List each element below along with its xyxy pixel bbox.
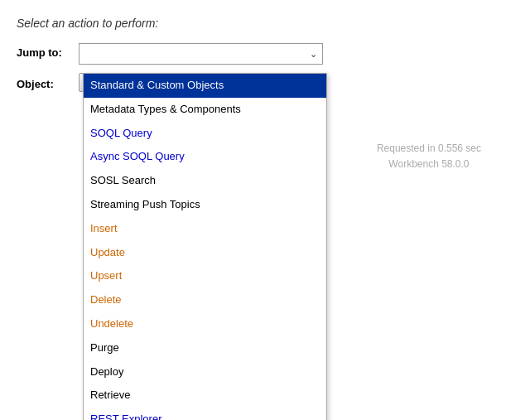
dropdown-item[interactable]: Async SOQL Query bbox=[84, 145, 326, 169]
dropdown-item[interactable]: Upsert bbox=[84, 264, 326, 288]
dropdown-item[interactable]: Undelete bbox=[84, 312, 326, 336]
request-time: Requested in 0.556 sec bbox=[377, 141, 481, 157]
dropdown-item[interactable]: Delete bbox=[84, 288, 326, 312]
dropdown-item[interactable]: Streaming Push Topics bbox=[84, 193, 326, 217]
dropdown-item[interactable]: Purge bbox=[84, 336, 326, 360]
dropdown-item[interactable]: Update bbox=[84, 241, 326, 265]
dropdown-item[interactable]: Insert bbox=[84, 217, 326, 241]
dropdown-item[interactable]: Standard & Custom Objects bbox=[84, 74, 326, 98]
dropdown-list: Standard & Custom ObjectsMetadata Types … bbox=[83, 73, 327, 420]
chevron-down-icon: ⌄ bbox=[310, 49, 317, 60]
jump-label: Jump to: bbox=[17, 43, 79, 59]
dropdown-item[interactable]: REST Explorer bbox=[84, 408, 326, 420]
jump-row: Jump to: ⌄ bbox=[17, 43, 489, 65]
page-title: Select an action to perform: bbox=[17, 17, 489, 30]
jump-select-wrapper: ⌄ bbox=[79, 43, 323, 65]
dropdown-item[interactable]: Deploy bbox=[84, 360, 326, 384]
jump-to-select[interactable]: ⌄ bbox=[79, 43, 323, 65]
object-label: Object: bbox=[17, 75, 79, 90]
dropdown-item[interactable]: SOSL Search bbox=[84, 169, 326, 193]
dropdown-item[interactable]: SOQL Query bbox=[84, 122, 326, 146]
info-text: Requested in 0.556 sec Workbench 58.0.0 bbox=[377, 141, 481, 172]
dropdown-item[interactable]: Metadata Types & Components bbox=[84, 98, 326, 122]
workbench-version: Workbench 58.0.0 bbox=[377, 157, 481, 172]
dropdown-item[interactable]: Retrieve bbox=[84, 384, 326, 408]
